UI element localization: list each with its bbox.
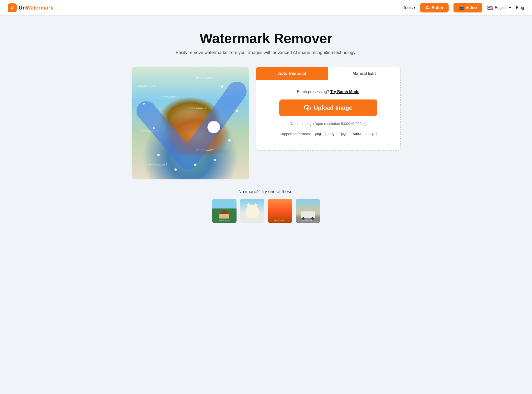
upload-image-button[interactable]: Upload Image	[279, 99, 377, 116]
format-webp: webp	[350, 131, 363, 136]
sample-thumb-sunset[interactable]: unwatermark	[268, 199, 292, 223]
format-jpg: jpg	[339, 131, 348, 136]
format-png: png	[313, 131, 323, 136]
content-area: unwatermark unwatermark unwatermark unwa…	[132, 67, 401, 179]
tab-auto-removal[interactable]: Auto Removal	[256, 67, 328, 80]
video-icon: 🎬	[459, 5, 464, 10]
video-label: Video	[466, 5, 477, 10]
upload-panel: Batch processing? Try Batch Mode Upload …	[256, 80, 401, 151]
format-jpeg: jpeg	[325, 131, 337, 136]
flag-icon: 🇬🇧	[487, 5, 493, 11]
sample-thumb-cat[interactable]: unwatermark	[240, 199, 264, 223]
batch-label: Batch	[431, 5, 443, 10]
tools-label: Tools	[403, 5, 413, 10]
batch-hint: Batch processing? Try Batch Mode	[297, 90, 359, 94]
sample-thumb-road[interactable]: unwatermark	[296, 199, 320, 223]
lang-chevron-icon: ▾	[509, 5, 511, 10]
logo[interactable]: U UnWatermark	[8, 3, 53, 12]
samples-label: No image? Try one of these:	[238, 189, 294, 194]
batch-icon: 🗂	[426, 5, 430, 10]
language-label: English	[495, 6, 507, 10]
tabs-container: Auto Removal Manual Edit	[256, 67, 401, 80]
video-button[interactable]: 🎬 Video	[453, 3, 482, 12]
logo-icon: U	[8, 3, 17, 12]
right-panel: Auto Removal Manual Edit Batch processin…	[256, 67, 401, 151]
thumb-watermark-2: unwatermark	[246, 219, 258, 221]
selection-circle	[207, 121, 220, 133]
upload-icon	[304, 104, 311, 111]
blog-link[interactable]: Blog	[516, 5, 524, 10]
drop-hint: Drop an image (upto resolution 5,000×5,0…	[290, 121, 367, 126]
bus-decoration	[301, 211, 315, 218]
sample-thumb-house[interactable]: unwatermark	[212, 199, 237, 223]
chevron-down-icon: ▾	[414, 6, 415, 10]
language-selector[interactable]: 🇬🇧 English ▾	[487, 5, 511, 11]
house-decoration	[219, 210, 229, 218]
batch-mode-link[interactable]: Try Batch Mode	[330, 90, 359, 94]
samples-section: No image? Try one of these: unwatermark …	[212, 189, 320, 223]
thumb-watermark-3: unwatermark	[274, 219, 285, 221]
image-preview: unwatermark unwatermark unwatermark unwa…	[132, 67, 249, 179]
batch-button[interactable]: 🗂 Batch	[420, 3, 448, 12]
format-bmp: bmp	[365, 131, 377, 136]
page-title: Watermark Remover	[200, 30, 332, 46]
tab-manual-edit[interactable]: Manual Edit	[328, 67, 400, 80]
hero-subtitle: Easily remove watermarks from your image…	[176, 50, 356, 55]
thumb-watermark-1: unwatermark	[218, 219, 230, 221]
samples-row: unwatermark unwatermark unwatermark	[212, 199, 320, 223]
logo-text: UnWatermark	[19, 5, 53, 11]
preview-image	[132, 67, 249, 179]
formats-label: Supported formats:	[280, 132, 311, 136]
tools-menu-button[interactable]: Tools ▾	[403, 5, 416, 10]
supported-formats: Supported formats: png jpeg jpg webp bmp	[280, 131, 377, 136]
cat-decoration	[245, 205, 259, 218]
